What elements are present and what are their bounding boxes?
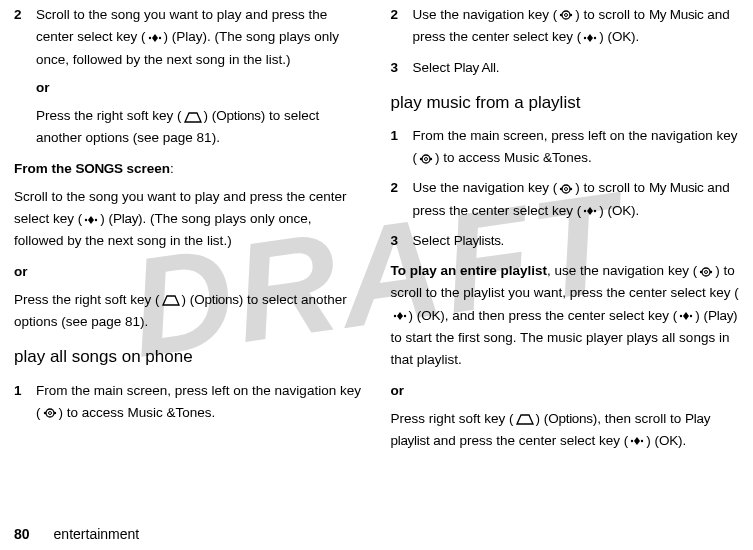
left-step-2: 2 Scroll to the song you want to play an… xyxy=(14,4,363,150)
play-label: Play xyxy=(113,211,138,226)
svg-point-16 xyxy=(422,155,430,163)
ok-label: OK xyxy=(421,308,440,323)
center-select-icon xyxy=(678,310,694,322)
center-select-icon xyxy=(582,32,598,44)
svg-point-31 xyxy=(690,315,692,317)
soft-key-icon xyxy=(161,294,181,306)
step-number: 2 xyxy=(14,4,36,150)
step-number: 2 xyxy=(391,177,413,222)
step-number: 3 xyxy=(391,230,413,252)
text: ) ( xyxy=(100,211,113,226)
text: ), and then press the center select key … xyxy=(440,308,677,323)
or-label: or xyxy=(14,261,363,283)
play-all-label: Play All xyxy=(454,60,496,75)
text: screen xyxy=(123,161,170,176)
center-select-icon xyxy=(392,310,408,322)
step-number: 2 xyxy=(391,4,413,49)
svg-point-3 xyxy=(95,218,97,220)
text: and press the center select key ( xyxy=(429,433,628,448)
section-name: entertainment xyxy=(54,526,140,542)
center-select-icon xyxy=(147,32,163,44)
ok-label: OK xyxy=(659,433,678,448)
svg-point-28 xyxy=(393,315,395,317)
svg-point-32 xyxy=(631,440,633,442)
text: ) to access Music &Tones. xyxy=(435,150,592,165)
step-text: Use the navigation key () to scroll to M… xyxy=(413,177,740,222)
text: ) to access Music &Tones. xyxy=(59,405,216,420)
step-text: Scroll to the song you want to play and … xyxy=(36,4,363,150)
text: Press the right soft key ( xyxy=(14,292,160,307)
step-text: Use the navigation key () to scroll to M… xyxy=(413,4,740,49)
play-label: Play xyxy=(708,308,733,323)
playlists-label: Playlists xyxy=(454,233,501,248)
text: ) ( xyxy=(646,433,659,448)
svg-point-6 xyxy=(46,409,54,417)
step-text: Select Playlists. xyxy=(413,230,740,252)
left-column: 2 Scroll to the song you want to play an… xyxy=(14,4,363,460)
center-select-icon xyxy=(629,435,645,447)
text: Use the navigation key ( xyxy=(413,180,558,195)
svg-point-20 xyxy=(562,185,570,193)
text: ) to scroll to xyxy=(575,180,649,195)
text: Use the navigation key ( xyxy=(413,7,558,22)
play-all-heading: play all songs on phone xyxy=(14,343,363,371)
nav-key-icon xyxy=(418,153,434,165)
text: ). xyxy=(631,29,639,44)
svg-point-23 xyxy=(594,210,596,212)
playlist-step-2: 2 Use the navigation key () to scroll to… xyxy=(391,177,740,222)
entire-playlist-paragraph: To play an entire playlist, use the navi… xyxy=(391,260,740,371)
text: . xyxy=(501,233,505,248)
step-number: 1 xyxy=(14,380,36,425)
svg-point-21 xyxy=(565,187,568,190)
options-label: Options xyxy=(548,411,592,426)
left-play-all-step-1: 1 From the main screen, press left on th… xyxy=(14,380,363,425)
text: Press the right soft key ( xyxy=(36,108,182,123)
text: ) ( xyxy=(599,203,612,218)
text: ) ( xyxy=(695,308,708,323)
text: From the xyxy=(14,161,76,176)
text: ) ( xyxy=(409,308,422,323)
svg-point-7 xyxy=(48,412,51,415)
page-content: 2 Scroll to the song you want to play an… xyxy=(0,0,753,460)
right-step-3: 3 Select Play All. xyxy=(391,57,740,79)
text: ) to scroll to xyxy=(575,7,649,22)
text: Select xyxy=(413,60,454,75)
songs-alt-paragraph: Press the right soft key () (Options) to… xyxy=(14,289,363,334)
nav-key-icon xyxy=(698,266,714,278)
right-step-2: 2 Use the navigation key () to scroll to… xyxy=(391,4,740,49)
playlist-heading: play music from a playlist xyxy=(391,89,740,117)
text-bold: To play an entire playlist xyxy=(391,263,548,278)
step-number: 1 xyxy=(391,125,413,170)
ok-label: OK xyxy=(612,203,631,218)
right-column: 2 Use the navigation key () to scroll to… xyxy=(391,4,740,460)
from-songs-heading: From the SONGS screen: xyxy=(14,158,363,180)
or-label: or xyxy=(391,380,740,402)
page-footer: 80entertainment xyxy=(14,526,139,542)
svg-point-11 xyxy=(565,14,568,17)
svg-point-30 xyxy=(680,315,682,317)
svg-point-0 xyxy=(148,37,150,39)
soft-key-icon xyxy=(515,413,535,425)
my-music-label: My Music xyxy=(649,180,704,195)
text: ), then scroll to xyxy=(593,411,685,426)
text: ) ( xyxy=(182,292,195,307)
or-label: or xyxy=(36,77,363,99)
playlist-alt-paragraph: Press right soft key () (Options), then … xyxy=(391,408,740,453)
options-label: Options xyxy=(216,108,260,123)
step-number: 3 xyxy=(391,57,413,79)
svg-point-2 xyxy=(85,218,87,220)
text: . xyxy=(496,60,500,75)
svg-point-22 xyxy=(584,210,586,212)
playlist-step-1: 1 From the main screen, press left on th… xyxy=(391,125,740,170)
options-label: Options xyxy=(194,292,238,307)
svg-point-29 xyxy=(403,315,405,317)
svg-point-26 xyxy=(702,268,710,276)
svg-point-27 xyxy=(705,270,708,273)
center-select-icon xyxy=(83,214,99,226)
svg-point-13 xyxy=(594,37,596,39)
text: ) ( xyxy=(204,108,217,123)
playlist-step-3: 3 Select Playlists. xyxy=(391,230,740,252)
svg-point-33 xyxy=(641,440,643,442)
text: ). xyxy=(678,433,686,448)
text: Select xyxy=(413,233,454,248)
